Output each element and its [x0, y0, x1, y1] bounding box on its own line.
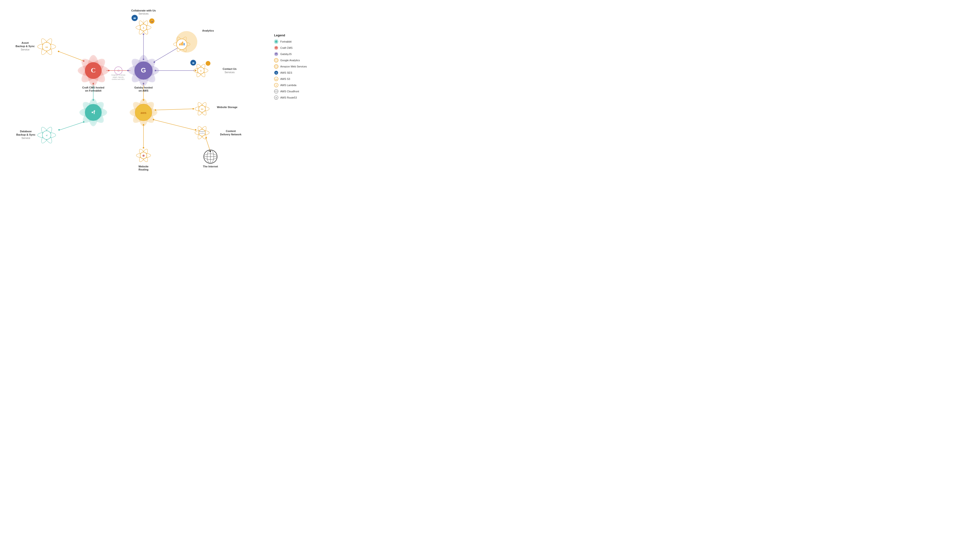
- website-storage-label: Website Storage: [217, 106, 237, 108]
- svg-point-25: [195, 70, 196, 71]
- svg-text:cloudfront: cloudfront: [199, 132, 205, 134]
- aws-s3-legend-label: AWS S3: [280, 78, 290, 80]
- fortrabbit-legend-label: Fortrabbit: [280, 40, 291, 43]
- svg-text:Services: Services: [138, 12, 149, 15]
- svg-point-40: [210, 151, 211, 152]
- contact-us-label: Contact Us: [223, 67, 237, 70]
- svg-point-153: [274, 64, 278, 68]
- svg-text:📧: 📧: [134, 17, 136, 19]
- svg-text:Service: Service: [21, 48, 30, 51]
- aws-ses-legend-icon: ✉: [274, 70, 278, 75]
- svg-line-8: [59, 51, 84, 61]
- collaborate-us-node: λ 📧 📦: [132, 15, 154, 35]
- cdn-label: Content: [226, 130, 236, 132]
- legend-item-google-analytics: Google Analytics: [274, 58, 322, 62]
- craft-cms-label: Craft CMS hosted: [82, 86, 104, 89]
- aws-node: aws: [130, 99, 158, 126]
- craft-cms-node: C: [78, 55, 109, 86]
- svg-rect-92: [182, 41, 183, 45]
- google-analytics-legend-icon: [274, 58, 278, 62]
- svg-text:Delivery Network: Delivery Network: [220, 133, 242, 136]
- svg-text:C: C: [275, 47, 277, 49]
- svg-line-38: [206, 137, 210, 152]
- svg-point-16: [58, 129, 60, 131]
- aws-cloudfront-legend-icon: [274, 89, 278, 94]
- svg-point-151: [275, 59, 277, 61]
- svg-text:S3: S3: [201, 108, 203, 110]
- svg-rect-91: [181, 43, 182, 45]
- the-internet-node: [204, 150, 217, 163]
- svg-point-31: [192, 108, 194, 110]
- legend-item-aws-cloudfront: AWS Cloudfront: [274, 89, 322, 94]
- svg-text:📧: 📧: [192, 62, 194, 64]
- legend-title: Legend: [274, 33, 322, 37]
- svg-text:pages, layouts,: pages, layouts,: [113, 76, 124, 78]
- asset-backup-label: Asset: [22, 41, 29, 44]
- legend-item-aws-ses: ✉ AWS SES: [274, 70, 322, 75]
- svg-point-19: [143, 33, 144, 35]
- internet-label: The Internet: [203, 165, 218, 168]
- fortrabbit-legend-icon: [274, 40, 278, 44]
- svg-text:C: C: [91, 67, 95, 74]
- fortrabbit-node: •f: [80, 99, 107, 126]
- legend-item-craftcms: C Craft CMS: [274, 46, 322, 50]
- svg-rect-90: [179, 43, 180, 45]
- asset-backup-node: S3: [38, 37, 56, 56]
- website-routing-label: Website: [138, 165, 148, 168]
- svg-point-154: [275, 65, 277, 67]
- svg-text:amazon: amazon: [199, 131, 205, 132]
- aws-lambda-legend-icon: λ: [274, 83, 278, 87]
- svg-point-34: [195, 129, 196, 131]
- svg-text:aws: aws: [141, 111, 146, 115]
- craftcms-legend-label: Craft CMS: [280, 46, 293, 49]
- gatsbyjs-legend-label: GatsbyJS: [280, 53, 292, 56]
- svg-text:Service: Service: [22, 137, 30, 139]
- svg-point-101: [206, 61, 210, 66]
- svg-text:G: G: [141, 67, 146, 74]
- svg-point-162: [275, 91, 277, 92]
- svg-rect-93: [184, 43, 185, 45]
- database-backup-label: Database: [20, 130, 32, 133]
- svg-text:📦: 📦: [151, 20, 153, 22]
- svg-text:λ: λ: [276, 84, 277, 87]
- aws-s3-legend-icon: S3: [274, 77, 278, 81]
- svg-text:⬡: ⬡: [118, 69, 119, 72]
- svg-line-32: [153, 119, 196, 131]
- legend: Legend Fortrabbit C Craft CMS: [274, 33, 322, 102]
- collaborate-label: Collaborate with Us: [131, 9, 156, 12]
- svg-text:Backup & Sync: Backup & Sync: [16, 45, 35, 48]
- svg-text:G: G: [275, 54, 277, 55]
- svg-text:on AWS: on AWS: [138, 89, 148, 92]
- svg-text:on Fortrabbit: on Fortrabbit: [85, 89, 102, 92]
- legend-item-aws: Amazon Web Services: [274, 64, 322, 68]
- legend-item-aws-lambda: λ AWS Lambda: [274, 83, 322, 87]
- svg-text:•f: •f: [46, 134, 48, 137]
- svg-text:λ: λ: [200, 70, 201, 72]
- aws-route53-legend-icon: ⊕: [274, 96, 278, 100]
- svg-line-29: [156, 109, 194, 110]
- aws-ses-legend-label: AWS SES: [280, 71, 292, 74]
- gatsby-label: Gatsby hosted: [134, 86, 153, 89]
- svg-text:Backup & Sync: Backup & Sync: [16, 133, 35, 136]
- svg-text:Routing: Routing: [138, 168, 148, 171]
- google-analytics-legend-label: Google Analytics: [280, 59, 300, 62]
- svg-text:Services: Services: [224, 71, 235, 74]
- svg-point-150: [274, 58, 278, 62]
- analytics-label: Analytics: [202, 29, 214, 32]
- aws-lambda-legend-label: AWS Lambda: [280, 84, 296, 87]
- svg-text:λ: λ: [143, 27, 144, 29]
- svg-text:GraphQL to dictate: GraphQL to dictate: [111, 74, 126, 76]
- aws-route53-legend-label: AWS Route53: [280, 96, 297, 99]
- legend-item-fortrabbit: Fortrabbit: [274, 40, 322, 44]
- svg-point-10: [58, 51, 59, 52]
- website-routing-node: ⊕: [136, 148, 151, 163]
- aws-legend-icon: [274, 64, 278, 68]
- svg-text:S3: S3: [275, 78, 277, 80]
- contact-us-node: λ 📧: [190, 60, 210, 78]
- legend-item-gatsbyjs: G GatsbyJS: [274, 52, 322, 56]
- svg-point-37: [143, 147, 144, 148]
- svg-text:S3: S3: [45, 46, 48, 48]
- gatsby-node: G: [128, 55, 159, 86]
- database-backup-node: •f: [38, 126, 56, 145]
- gatsbyjs-legend-icon: G: [274, 52, 278, 56]
